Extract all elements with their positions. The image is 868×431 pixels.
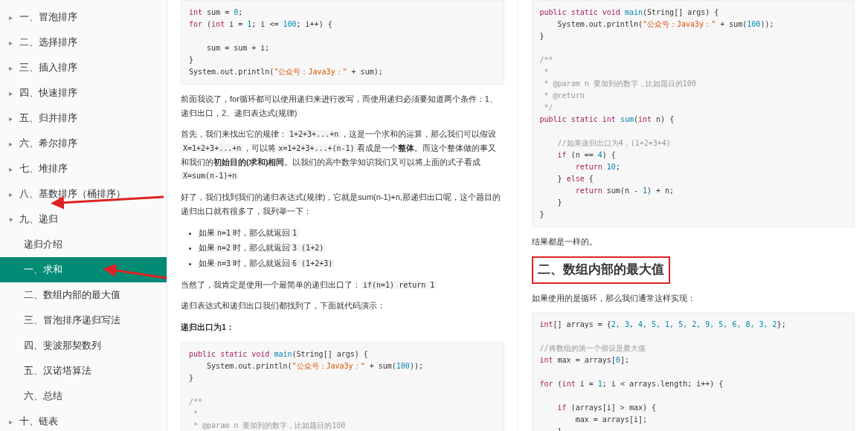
nav-recursion-intro[interactable]: 递归介绍 — [0, 232, 167, 257]
chevron-right-icon: ▸ — [9, 39, 16, 47]
paragraph: 如果使用的是循环，那么我们通常这样实现： — [532, 291, 855, 305]
paragraph: 前面我说了，for循环都可以使用递归来进行改写，而使用递归必须要知道两个条件：1… — [181, 92, 504, 120]
label: 递归出口为1： — [181, 320, 504, 334]
code-block-recursion-4: public static void main(String[] args) {… — [532, 0, 855, 227]
paragraph: 首先，我们来找出它的规律：1+2+3+...+n，这是一个求和的运算，那么我们可… — [181, 127, 504, 183]
nav-bubble-sort[interactable]: ▸一、冒泡排序 — [0, 4, 167, 30]
bullet-list: 如果n=1时，那么就返回1 如果n=2时，那么就返回3 (1+2) 如果n=3时… — [199, 226, 504, 270]
list-item: 如果n=1时，那么就返回1 — [199, 226, 504, 240]
nav-radix-sort[interactable]: ▸八、基数排序（桶排序） — [0, 181, 167, 207]
nav-shell-sort[interactable]: ▸六、希尔排序 — [0, 131, 167, 156]
nav-insertion-sort[interactable]: ▸三、插入排序 — [0, 55, 167, 80]
chevron-right-icon: ▸ — [9, 114, 16, 123]
chevron-right-icon: ▸ — [9, 89, 16, 97]
nav-linked-list[interactable]: ▸十、链表 — [0, 409, 167, 431]
list-item: 如果n=3时，那么就返回6 (1+2+3) — [199, 256, 504, 270]
code-block-array-loop: int[] arrays = {2, 3, 4, 5, 1, 5, 2, 9, … — [532, 312, 855, 431]
nav-bubble-recursive[interactable]: 三、冒泡排序递归写法 — [0, 308, 167, 333]
chevron-right-icon: ▸ — [9, 140, 16, 148]
nav-fibonacci[interactable]: 四、斐波那契数列 — [0, 333, 167, 358]
nav-recursion[interactable]: ▾九、递归 — [0, 207, 167, 232]
nav-sum[interactable]: 一、求和 — [0, 257, 167, 282]
chevron-right-icon: ▸ — [9, 64, 16, 72]
content-left: int sum = 0; for (int i = 1; i <= 100; i… — [167, 0, 518, 431]
nav-array-max[interactable]: 二、数组内部的最大值 — [0, 282, 167, 308]
chevron-down-icon: ▾ — [9, 216, 16, 224]
nav-quick-sort[interactable]: ▸四、快速排序 — [0, 80, 167, 106]
chevron-right-icon: ▸ — [9, 418, 16, 426]
chevron-right-icon: ▸ — [9, 165, 16, 173]
nav-selection-sort[interactable]: ▸二、选择排序 — [0, 30, 167, 55]
sidebar: ▸一、冒泡排序 ▸二、选择排序 ▸三、插入排序 ▸四、快速排序 ▸五、归并排序 … — [0, 0, 167, 431]
nav-merge-sort[interactable]: ▸五、归并排序 — [0, 106, 167, 131]
chevron-right-icon: ▸ — [9, 190, 16, 198]
paragraph: 好了，我们找到我们的递归表达式(规律)，它就是sum(n-1)+n,那递归出口呢… — [181, 190, 504, 218]
chevron-right-icon: ▸ — [9, 13, 16, 22]
code-block-recursion-1: public static void main(String[] args) {… — [181, 342, 504, 431]
section-heading: 二、数组内部的最大值 — [532, 256, 855, 284]
nav-hanoi[interactable]: 五、汉诺塔算法 — [0, 358, 167, 383]
nav-summary[interactable]: 六、总结 — [0, 383, 167, 409]
paragraph: 当然了，我肯定是使用一个最简单的递归出口了：if(n=1) return 1 — [181, 278, 504, 292]
code-block-loop: int sum = 0; for (int i = 1; i <= 100; i… — [181, 0, 504, 85]
content-right: public static void main(String[] args) {… — [518, 0, 869, 431]
nav-heap-sort[interactable]: ▸七、堆排序 — [0, 156, 167, 181]
list-item: 如果n=2时，那么就返回3 (1+2) — [199, 241, 504, 255]
paragraph: 递归表达式和递归出口我们都找到了，下面就代码演示： — [181, 299, 504, 313]
paragraph: 结果都是一样的。 — [532, 235, 855, 249]
